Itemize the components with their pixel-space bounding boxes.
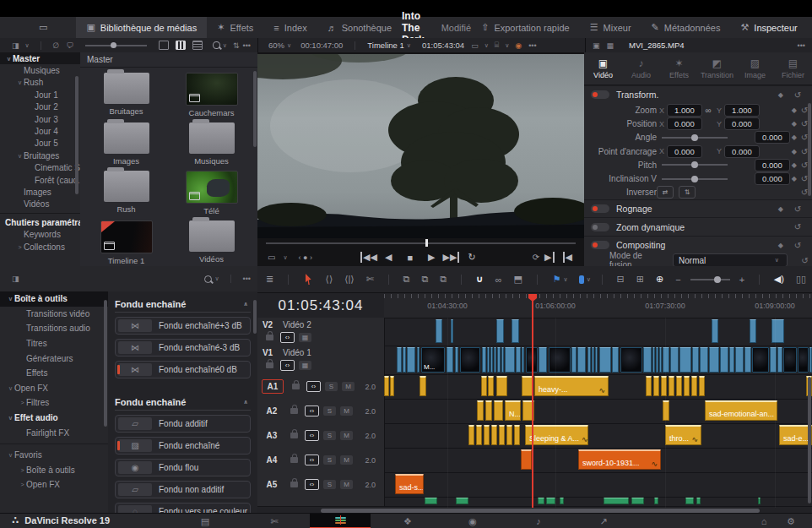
tab-inspecteur[interactable]: ⚒Inspecteur — [730, 17, 807, 38]
color-page-icon[interactable]: ◉ — [457, 514, 488, 528]
effects-item-effet-audio[interactable]: vEffet audio — [0, 411, 108, 426]
more-icon[interactable]: ••• — [798, 41, 805, 50]
flag-icon[interactable]: ⚑ — [553, 274, 561, 285]
deliver-page-icon[interactable]: ↗ — [588, 514, 619, 528]
audio-clip[interactable]: thro...∿ — [665, 425, 701, 445]
video-clip[interactable] — [522, 347, 524, 373]
sidebar-item-jour-4[interactable]: Jour 4 — [0, 125, 80, 137]
section-zoom-dynamique[interactable]: Zoom dynamique↺ — [584, 217, 812, 236]
panel-toggle-icon[interactable]: ◨ — [12, 275, 19, 283]
y-value-field[interactable]: 0.000 — [724, 145, 760, 158]
cut-page-icon[interactable]: ✄ — [259, 514, 290, 528]
video-clip[interactable] — [592, 347, 594, 373]
video-clip[interactable] — [397, 347, 402, 373]
unlink-icon[interactable]: ∅ — [53, 41, 60, 50]
audio-clip[interactable]: sword-10-1931...∿ — [578, 449, 661, 470]
value-field[interactable]: 0.000 — [755, 131, 790, 144]
razor-edit-mode-icon[interactable]: ✄ — [366, 274, 374, 285]
audio-clip[interactable]: heavy-...∿ — [534, 376, 609, 396]
viewer-zoom-value[interactable]: 60% — [268, 41, 284, 50]
video-clip[interactable] — [587, 347, 591, 373]
chevron-down-icon[interactable]: v — [7, 452, 14, 458]
mute-button[interactable]: M — [342, 382, 355, 391]
reset-icon[interactable]: ↺ — [790, 90, 805, 100]
video-clip[interactable] — [700, 347, 708, 373]
y-value-field[interactable]: 0.000 — [724, 117, 760, 130]
snapping-magnet-icon[interactable]: ∪ — [476, 274, 484, 285]
audio-clip[interactable] — [477, 400, 484, 421]
video-clip[interactable] — [501, 347, 504, 373]
effects-item-bo-te-outils[interactable]: vBoîte à outils — [0, 291, 108, 307]
sidebar-item-bruitages[interactable]: vBruitages — [0, 150, 80, 161]
marker-icon[interactable] — [579, 275, 584, 284]
audio-clip[interactable] — [514, 425, 520, 445]
video-clip[interactable] — [712, 319, 718, 343]
timeline-selector[interactable]: Timeline 1 — [367, 41, 403, 50]
link-clips-icon[interactable]: ∞ — [495, 275, 502, 285]
media-bin-timeline-1[interactable]: Timeline 1 — [84, 220, 169, 265]
effects-item-transitions-audio[interactable]: Transitions audio — [0, 321, 108, 336]
sidebar-item-collections[interactable]: >Collections — [0, 241, 80, 253]
sidebar-item-jour-3[interactable]: Jour 3 — [0, 113, 80, 125]
timeline-ruler[interactable]: 01:04:30:0001:06:00:0001:07:30:0001:09:0… — [384, 294, 812, 318]
video-clip[interactable] — [729, 347, 734, 373]
inspector-tab-image[interactable]: ▨Image — [736, 52, 774, 84]
reset-icon[interactable]: ↺ — [790, 204, 805, 214]
list-view-icon[interactable] — [192, 41, 203, 50]
effects-item-favoris[interactable]: vFavoris — [0, 448, 108, 463]
video-clip[interactable] — [652, 347, 655, 373]
video-clip[interactable] — [494, 347, 496, 373]
audio-clip[interactable] — [669, 376, 674, 396]
solo-button[interactable]: S — [323, 431, 336, 440]
transition-fondu-flou[interactable]: ◉Fondu flou — [115, 459, 251, 476]
track-a1-header[interactable]: A1‹›SM2.0 — [257, 374, 385, 400]
video-clip[interactable] — [460, 347, 480, 373]
video-clip[interactable] — [663, 347, 669, 373]
loop-range-icon[interactable]: ⟳ — [533, 253, 539, 262]
audio-clip[interactable] — [654, 498, 658, 504]
video-clip[interactable] — [571, 347, 577, 373]
chevron-right-icon[interactable]: > — [19, 482, 26, 487]
image-panel-icon[interactable]: ▣ — [593, 41, 600, 50]
video-clip[interactable] — [777, 347, 782, 373]
video-clip[interactable]: M... — [421, 347, 445, 373]
sidebar-item-vid-os[interactable]: Vidéos — [0, 199, 80, 210]
video-clip[interactable] — [656, 347, 658, 373]
media-page-icon[interactable]: ▤ — [190, 514, 220, 528]
audio-clip[interactable] — [560, 498, 564, 504]
chevron-down-icon[interactable]: v — [16, 153, 24, 159]
audio-clip[interactable] — [685, 498, 694, 504]
audio-clip[interactable] — [390, 376, 394, 396]
match-frame-button[interactable]: ◀ — [563, 252, 572, 263]
strip-view-icon[interactable] — [159, 41, 169, 50]
chevron-down-icon[interactable]: ∨ — [407, 42, 411, 49]
video-clip[interactable] — [720, 347, 728, 373]
mute-button[interactable]: M — [340, 480, 353, 489]
track-id[interactable]: A2 — [262, 405, 282, 417]
audio-clip[interactable] — [676, 376, 682, 396]
chevron-down-icon[interactable]: ∨ — [484, 42, 489, 49]
step-back-button[interactable]: ◀ — [385, 252, 392, 263]
media-bin-bruitages[interactable]: Bruitages — [84, 73, 169, 117]
timeline-zoom-slider[interactable] — [690, 279, 730, 280]
sidebar-item-jour-5[interactable]: Jour 5 — [0, 138, 80, 150]
safe-area-icon[interactable]: ▭ — [268, 253, 275, 262]
chevron-down-icon[interactable]: v — [5, 56, 13, 62]
sidebar-item-cinematic-s-[interactable]: Cinematic S... — [0, 162, 80, 174]
audio-clip[interactable]: sad-emotional-an...∿ — [705, 400, 777, 421]
viewer-timecode[interactable]: 01:05:43:04 — [422, 41, 464, 50]
chevron-down-icon[interactable]: ∨ — [25, 42, 30, 49]
video-clip[interactable] — [549, 347, 571, 373]
insert-clip-icon[interactable]: ⧉ — [403, 274, 410, 285]
bin-tree-scrollbar[interactable] — [75, 76, 78, 194]
video-clip[interactable] — [497, 347, 501, 373]
audio-clip[interactable] — [758, 498, 761, 504]
video-clip[interactable] — [612, 347, 619, 373]
audio-monitor-icon[interactable]: ◀) — [774, 274, 784, 285]
transition-section-header[interactable]: Fondu enchaîné∧ — [115, 297, 251, 313]
edit-page-active-tab[interactable] — [310, 514, 371, 528]
audio-clip[interactable] — [468, 425, 474, 445]
keyframe-diamond-icon[interactable]: ◆ — [778, 205, 783, 213]
video-clip[interactable] — [771, 319, 784, 343]
video-clip[interactable] — [735, 347, 744, 373]
